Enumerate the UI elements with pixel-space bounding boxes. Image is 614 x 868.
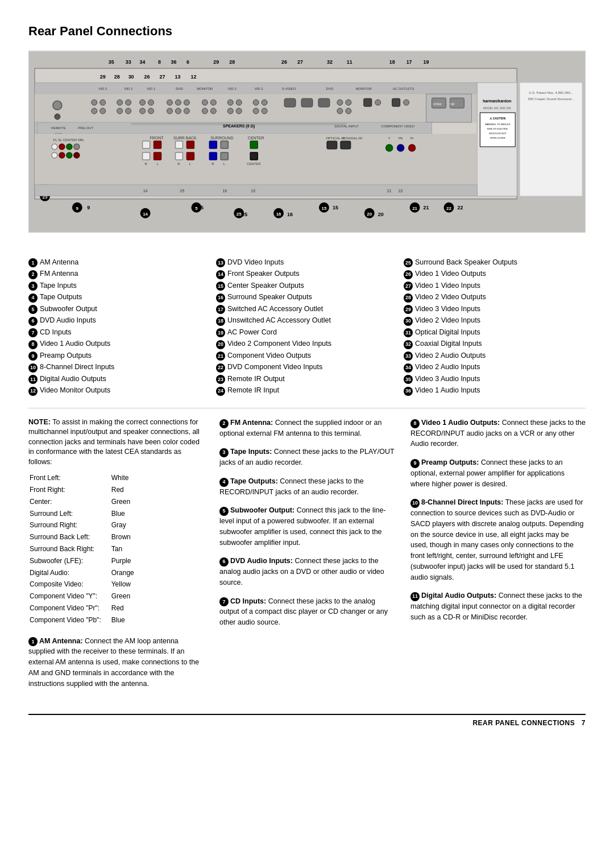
channel-label: Composite Video: (30, 579, 110, 590)
legend-number: 19 (216, 328, 225, 337)
svg-text:27: 27 (297, 59, 303, 65)
channel-label: Component Video "Pr": (30, 603, 110, 614)
entry-title: Video 1 Audio Outputs: (421, 419, 500, 427)
legend-label: Video 2 Video Inputs (415, 316, 480, 326)
entry-col2: 2FM Antenna: Connect the supplied indoor… (219, 418, 395, 628)
legend-number: 31 (404, 328, 413, 337)
legend-item: 17Switched AC Accessory Outlet (216, 304, 398, 315)
svg-rect-84 (301, 98, 313, 107)
channel-label: Component Video "Pb": (30, 615, 110, 626)
svg-text:14: 14 (143, 212, 148, 217)
svg-text:35: 35 (109, 59, 114, 65)
entry-text: 5Subwoofer Output: Connect this jack to … (219, 505, 395, 548)
entry-number: 11 (410, 592, 420, 601)
svg-text:15: 15 (322, 206, 327, 211)
legend-label: Tape Inputs (40, 281, 77, 291)
color-row: Surround Left:Blue (30, 509, 134, 519)
svg-text:PRE-OUT: PRE-OUT (78, 126, 93, 130)
note-text: NOTE: To assist in making the correct co… (28, 418, 204, 468)
svg-text:29: 29 (213, 59, 219, 65)
svg-point-71 (202, 100, 208, 105)
legend-item: 19AC Power Cord (216, 328, 398, 338)
legend-item: 33Video 2 Audio Outputs (404, 351, 586, 361)
entry-block: 1AM Antenna: Connect the AM loop antenna… (28, 636, 204, 689)
entry-block: 108-Channel Direct Inputs: These jacks a… (410, 497, 586, 582)
legend-item: 28Video 2 Video Outputs (404, 292, 586, 303)
svg-point-72 (210, 100, 216, 105)
svg-text:9: 9 (76, 206, 79, 211)
legend-item: 1AM Antenna (28, 258, 210, 268)
channel-label: Surround Back Right: (30, 544, 110, 555)
channel-label: Surround Back Left: (30, 532, 110, 543)
legend-number: 29 (404, 305, 413, 314)
svg-rect-92 (392, 98, 400, 106)
svg-rect-130 (143, 152, 150, 160)
svg-point-55 (92, 108, 97, 114)
svg-rect-143 (250, 141, 258, 148)
legend-item: 7CD Inputs (28, 328, 210, 338)
legend-label: Video Monitor Outputs (40, 386, 110, 396)
svg-point-152 (386, 144, 393, 151)
color-value: White (111, 473, 134, 483)
legend-item: 24Remote IR Input (216, 386, 398, 396)
legend-item: 2FM Antenna (28, 269, 210, 279)
legend-container: 1AM Antenna2FM Antenna3Tape Inputs4Tape … (28, 258, 586, 398)
legend-item: 11Digital Audio Outputs (28, 374, 210, 385)
svg-text:UNSW: UNSW (433, 102, 442, 106)
entry-text: 108-Channel Direct Inputs: These jacks a… (410, 497, 586, 582)
svg-point-53 (92, 100, 97, 105)
legend-item: 30Video 2 Video Inputs (404, 316, 586, 326)
rear-panel-diagram: 35 33 34 8 36 6 29 28 26 27 32 11 18 17 … (28, 51, 586, 233)
svg-rect-162 (35, 185, 477, 196)
entry-number: 10 (410, 499, 420, 508)
page-footer: REAR PANEL CONNECTIONS 7 (28, 714, 586, 728)
content-col-middle: 2FM Antenna: Connect the supplied indoor… (219, 418, 395, 697)
legend-number: 14 (216, 270, 225, 279)
svg-text:DVD: DVD (326, 87, 334, 90)
svg-point-153 (397, 144, 404, 151)
svg-text:17: 17 (406, 59, 412, 65)
svg-rect-138 (209, 141, 217, 148)
legend-item: 13DVD Video Inputs (216, 258, 398, 268)
svg-point-122 (74, 144, 80, 150)
legend-label: DVD Audio Inputs (40, 316, 96, 326)
svg-text:REMOTE: REMOTE (51, 126, 66, 130)
svg-point-68 (167, 108, 173, 114)
color-value: Yellow (111, 579, 134, 590)
svg-text:COAXIAL-IN: COAXIAL-IN (343, 137, 362, 140)
footer-page: 7 (582, 718, 586, 728)
legend-number: 33 (404, 352, 413, 361)
svg-point-88 (337, 108, 343, 114)
legend-item: 9Preamp Outputs (28, 351, 210, 361)
legend-label: Video 1 Audio Inputs (415, 386, 480, 396)
legend-label: Optical Digital Inputs (415, 328, 480, 338)
svg-text:500 Cooper Sound Surround...: 500 Cooper Sound Surround... (528, 97, 574, 101)
svg-text:19: 19 (424, 59, 429, 65)
legend-item: 22DVD Component Video Inputs (216, 362, 398, 373)
color-row: Surround Back Left:Brown (30, 532, 134, 543)
entry-number: 7 (219, 597, 229, 606)
svg-text:21: 21 (424, 205, 429, 210)
legend-label: CD Inputs (40, 328, 72, 338)
svg-text:28: 28 (229, 59, 235, 65)
svg-point-77 (227, 108, 233, 114)
entry-title: AM Antenna: (39, 637, 83, 645)
entry-col1: 1AM Antenna: Connect the AM loop antenna… (28, 636, 204, 689)
legend-label: Video 2 Video Outputs (415, 292, 486, 303)
color-row: Component Video "Pr":Red (30, 603, 134, 614)
svg-text:VID 2: VID 2 (228, 87, 237, 90)
svg-text:20: 20 (378, 212, 384, 217)
svg-point-123 (52, 152, 57, 158)
legend-item: 34Video 2 Audio Inputs (404, 362, 586, 373)
legend-label: FM Antenna (40, 269, 78, 279)
entry-number: 5 (219, 507, 229, 516)
svg-text:SURROUND: SURROUND (210, 136, 233, 140)
svg-text:MODEL NO: AVR 230: MODEL NO: AVR 230 (483, 106, 511, 110)
color-row: Surround Right:Gray (30, 520, 134, 531)
color-row: Composite Video:Yellow (30, 579, 134, 590)
color-row: Subwoofer (LFE):Purple (30, 556, 134, 567)
legend-label: AC Power Cord (227, 328, 277, 338)
entry-block: 5Subwoofer Output: Connect this jack to … (219, 505, 395, 548)
color-value: Blue (111, 509, 134, 519)
entry-title: Preamp Outputs: (421, 458, 479, 466)
